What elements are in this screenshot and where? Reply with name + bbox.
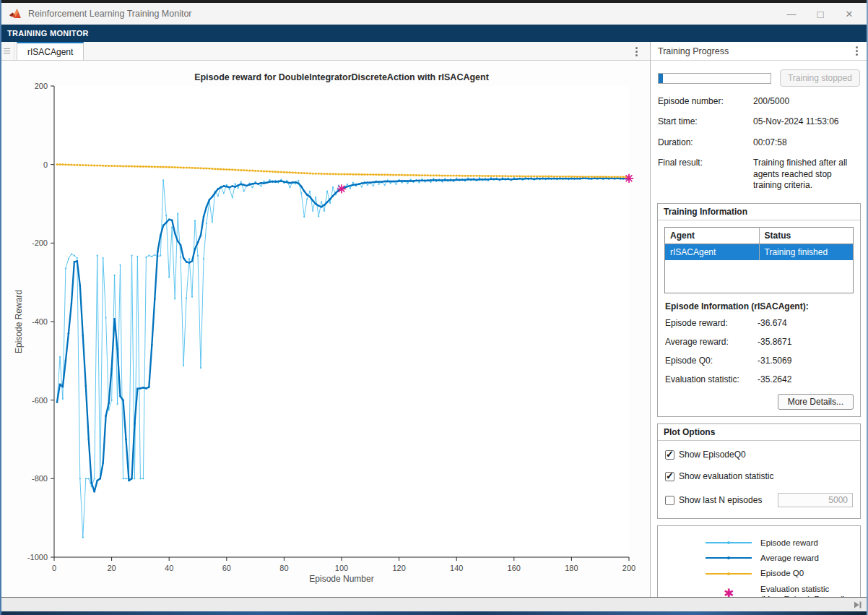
status-bar xyxy=(0,597,868,611)
training-progress-bar xyxy=(658,73,771,84)
label: Evaluation statistic: xyxy=(665,374,758,384)
label: Duration: xyxy=(658,137,753,149)
maximize-button[interactable]: □ xyxy=(806,4,835,24)
svg-text:40: 40 xyxy=(165,564,173,572)
value: -36.674 xyxy=(758,318,787,328)
document-list-icon[interactable] xyxy=(0,42,14,60)
training-stopped-button[interactable]: Training stopped xyxy=(780,69,860,87)
legend-entry-episode-q0: Episode Q0 xyxy=(658,566,860,581)
collapse-panel-icon[interactable] xyxy=(853,601,862,609)
label: Final result: xyxy=(658,158,753,192)
progress-bar-fill xyxy=(659,74,663,83)
table-empty-area xyxy=(665,260,854,293)
checkbox-label: Show EpisodeQ0 xyxy=(679,450,746,460)
app-window: Reinforcement Learning Training Monitor … xyxy=(0,0,868,615)
show-evaluation-statistic-checkbox[interactable]: ✓ xyxy=(665,472,674,481)
episode-q0-row: Episode Q0: -31.5069 xyxy=(664,351,854,370)
document-tab-bar: rISACAgent xyxy=(0,42,650,61)
desktop-strip xyxy=(0,611,868,615)
show-episodeq0-checkbox[interactable]: ✓ xyxy=(665,450,674,460)
chart-canvas: 0204060801001201401601802002000-200-400-… xyxy=(0,61,650,596)
svg-text:120: 120 xyxy=(392,564,405,572)
legend-entry-average-reward: Average reward xyxy=(658,550,860,565)
last-n-episodes-input[interactable] xyxy=(778,493,853,507)
legend-label: Average reward xyxy=(760,553,819,563)
episode-q0-line-swatch xyxy=(706,573,752,575)
label: Episode reward: xyxy=(665,318,758,328)
col-header-status[interactable]: Status xyxy=(759,227,854,244)
minimize-button[interactable]: — xyxy=(777,4,806,24)
panel-title: Training Progress xyxy=(658,46,851,56)
agents-table: Agent Status rISACAgent Training finishe… xyxy=(664,227,854,294)
legend-label: Episode reward xyxy=(760,538,818,548)
svg-text:Episode Number: Episode Number xyxy=(309,574,373,584)
tab-risacagent[interactable]: rISACAgent xyxy=(17,42,84,60)
section-title: Training Information xyxy=(658,204,860,220)
more-details-button[interactable]: More Details... xyxy=(778,394,854,410)
value: Training finished after all agents reach… xyxy=(753,158,860,192)
episode-reward-line-swatch xyxy=(706,542,752,543)
svg-text:-800: -800 xyxy=(32,474,48,483)
window-title: Reinforcement Learning Training Monitor xyxy=(28,9,777,19)
svg-text:-1000: -1000 xyxy=(27,553,48,562)
agent-cell: rISACAgent xyxy=(665,244,760,260)
legend-label: Episode Q0 xyxy=(760,568,804,578)
training-information-section: Training Information Agent Status rISACA… xyxy=(657,203,861,418)
svg-text:-600: -600 xyxy=(32,396,48,405)
col-header-agent[interactable]: Agent xyxy=(665,227,760,244)
average-reward-row: Average reward: -35.8671 xyxy=(664,332,854,351)
table-row-risacagent[interactable]: rISACAgent Training finished xyxy=(665,244,854,260)
svg-text:200: 200 xyxy=(35,82,48,90)
matlab-logo-icon xyxy=(9,8,22,20)
plot-options-section: Plot Options ✓ Show EpisodeQ0 ✓ Show eva… xyxy=(657,423,861,519)
value: -31.5069 xyxy=(758,356,791,366)
duration-row: Duration: 00:07:58 xyxy=(651,132,867,153)
legend-entry-episode-reward: Episode reward xyxy=(658,535,860,550)
label: Episode number: xyxy=(658,96,753,108)
svg-text:200: 200 xyxy=(622,564,635,572)
legend-label: Evaluation statistic (MeanEpisodeReward) xyxy=(760,584,846,597)
final-result-row: Final result: Training finished after al… xyxy=(651,153,867,197)
section-title: Plot Options xyxy=(658,424,860,441)
label: Start time: xyxy=(658,116,753,128)
average-reward-line-swatch xyxy=(706,557,752,559)
svg-text:60: 60 xyxy=(222,564,231,572)
evaluation-statistic-asterisk-swatch: ✱ xyxy=(706,590,752,597)
legend-entry-evaluation-statistic: ✱ Evaluation statistic (MeanEpisodeRewar… xyxy=(658,581,860,597)
label: Episode Q0: xyxy=(665,356,758,366)
episode-number-row: Episode number: 200/5000 xyxy=(651,91,867,112)
svg-text:-400: -400 xyxy=(32,317,48,326)
svg-text:20: 20 xyxy=(107,564,116,572)
show-episodeq0-row: ✓ Show EpisodeQ0 xyxy=(664,444,854,465)
close-button[interactable]: ✕ xyxy=(835,4,864,24)
value: 200/5000 xyxy=(753,96,860,108)
value: 00:07:58 xyxy=(753,137,860,149)
value: -35.2642 xyxy=(758,374,791,384)
toolstrip-tab-training-monitor[interactable]: TRAINING MONITOR xyxy=(0,25,868,42)
checkbox-label: Show evaluation statistic xyxy=(679,471,773,481)
show-last-n-episodes-checkbox[interactable] xyxy=(665,496,674,505)
episode-reward-row: Episode reward: -36.674 xyxy=(664,314,854,332)
svg-text:140: 140 xyxy=(450,564,463,572)
value: -35.8671 xyxy=(758,337,791,347)
svg-text:0: 0 xyxy=(43,160,48,169)
svg-text:Episode reward for DoubleInteg: Episode reward for DoubleIntegratorDiscr… xyxy=(194,72,490,82)
show-last-n-episodes-row: Show last N episodes xyxy=(664,487,854,513)
evaluation-statistic-row: Evaluation statistic: -35.2642 xyxy=(664,370,854,389)
tab-options-kebab-icon[interactable] xyxy=(631,46,641,57)
status-cell: Training finished xyxy=(759,244,854,260)
title-bar: Reinforcement Learning Training Monitor … xyxy=(0,3,868,25)
panel-options-kebab-icon[interactable] xyxy=(851,46,862,57)
checkbox-label: Show last N episodes xyxy=(679,495,762,505)
chart-legend: Episode reward Average reward Episode Q0 xyxy=(657,525,861,597)
tab-label: rISACAgent xyxy=(27,47,73,57)
show-evaluation-statistic-row: ✓ Show evaluation statistic xyxy=(664,465,854,487)
svg-text:Episode Reward: Episode Reward xyxy=(14,290,24,353)
svg-text:160: 160 xyxy=(508,564,521,572)
window-left-edge xyxy=(0,0,1,615)
value: 05-Nov-2024 11:53:06 xyxy=(753,116,860,128)
label: Average reward: xyxy=(665,337,758,347)
svg-text:-200: -200 xyxy=(32,238,48,247)
svg-text:180: 180 xyxy=(565,564,578,572)
svg-text:100: 100 xyxy=(335,564,348,572)
